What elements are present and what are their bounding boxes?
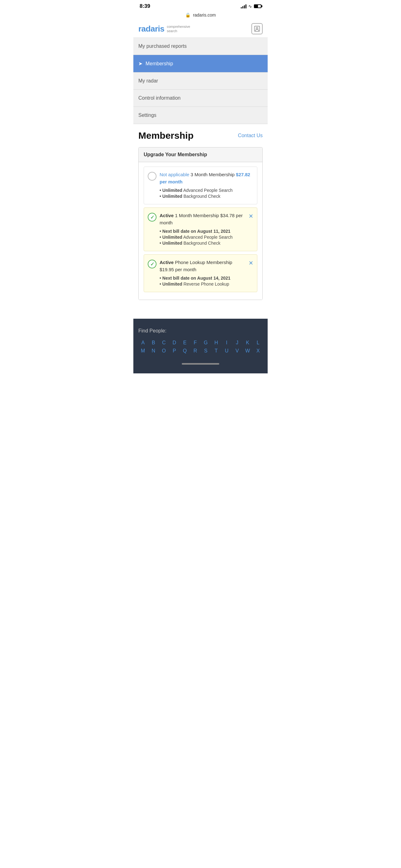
alpha-l[interactable]: L — [254, 340, 263, 346]
url-bar: 🔒 radaris.com — [133, 11, 268, 20]
alpha-e[interactable]: E — [180, 340, 190, 346]
alpha-a[interactable]: A — [138, 340, 148, 346]
alpha-d[interactable]: D — [170, 340, 179, 346]
alpha-c[interactable]: C — [159, 340, 169, 346]
signal-icon — [241, 4, 246, 8]
nav-item-purchased-reports[interactable]: My purchased reports — [133, 38, 268, 55]
option-title-3month: Not applicable 3 Month Membership $27.82… — [160, 171, 253, 185]
battery-icon — [254, 4, 261, 8]
alpha-i[interactable]: I — [222, 340, 231, 346]
alpha-b[interactable]: B — [149, 340, 158, 346]
option-title-phone: Active Phone Lookup Membership $19.95 pe… — [160, 259, 245, 273]
main-content: Membership Contact Us Upgrade Your Membe… — [133, 124, 268, 306]
alpha-x[interactable]: X — [254, 348, 263, 354]
home-bar — [182, 363, 219, 365]
alpha-p[interactable]: P — [170, 348, 179, 354]
lock-icon: 🔒 — [185, 12, 191, 18]
nav-item-membership[interactable]: ➤ Membership — [133, 55, 268, 72]
check-circle-1month — [148, 213, 157, 221]
logo-text: radaris — [138, 24, 164, 34]
profile-icon-button[interactable] — [252, 23, 263, 34]
membership-card: Upgrade Your Membership Not applicable 3… — [138, 147, 263, 300]
find-people-label: Find People: — [138, 328, 263, 334]
alpha-u[interactable]: U — [222, 348, 231, 354]
alpha-k[interactable]: K — [243, 340, 252, 346]
nav-item-control-information[interactable]: Control information — [133, 90, 268, 107]
home-indicator — [138, 360, 263, 367]
membership-option-1month: Active 1 Month Membership $34.78 per mon… — [144, 208, 257, 251]
url-text: radaris.com — [193, 12, 216, 18]
option-title-1month: Active 1 Month Membership $34.78 per mon… — [160, 212, 245, 226]
alpha-j[interactable]: J — [233, 340, 242, 346]
card-header-text: Upgrade Your Membership — [144, 152, 207, 157]
alpha-r[interactable]: R — [191, 348, 200, 354]
nav-item-my-radar[interactable]: My radar — [133, 72, 268, 90]
logo-area: radaris comprehensivesearch — [138, 24, 190, 34]
card-body: Not applicable 3 Month Membership $27.82… — [139, 162, 262, 300]
alpha-w[interactable]: W — [243, 348, 252, 354]
option-details-3month: • Unlimited Advanced People Search • Unl… — [148, 188, 253, 199]
check-circle-phone — [148, 260, 157, 269]
membership-arrow-icon: ➤ — [138, 61, 142, 67]
alpha-g[interactable]: G — [201, 340, 210, 346]
membership-option-3month: Not applicable 3 Month Membership $27.82… — [144, 166, 257, 204]
check-circle-3month — [148, 172, 157, 181]
alphabet-grid: A B C D E F G H I J K L M N O P Q R S T … — [138, 340, 263, 354]
alpha-m[interactable]: M — [138, 348, 148, 354]
alpha-t[interactable]: T — [212, 348, 221, 354]
status-bar: 8:39 ∿ — [133, 0, 268, 11]
status-icons: ∿ — [241, 4, 261, 9]
alpha-v[interactable]: V — [233, 348, 242, 354]
option-details-1month: • Next bill date on August 11, 2021 • Un… — [148, 229, 253, 246]
logo-subtitle: comprehensivesearch — [167, 24, 190, 33]
close-phone-button[interactable]: ✕ — [248, 260, 253, 267]
app-header: radaris comprehensivesearch — [133, 20, 268, 38]
page-title: Membership — [138, 130, 194, 141]
alpha-n[interactable]: N — [149, 348, 158, 354]
alpha-f[interactable]: F — [191, 340, 200, 346]
close-1month-button[interactable]: ✕ — [248, 213, 253, 220]
alpha-h[interactable]: H — [212, 340, 221, 346]
nav-item-settings[interactable]: Settings — [133, 107, 268, 124]
alpha-o[interactable]: O — [159, 348, 169, 354]
nav-menu: My purchased reports ➤ Membership My rad… — [133, 38, 268, 124]
status-time: 8:39 — [140, 3, 150, 9]
option-details-phone: • Next bill date on August 14, 2021 • Un… — [148, 276, 253, 286]
svg-point-1 — [256, 27, 258, 29]
contact-us-link[interactable]: Contact Us — [238, 133, 263, 138]
wifi-icon: ∿ — [248, 4, 252, 9]
page-header: Membership Contact Us — [138, 130, 263, 141]
alpha-q[interactable]: Q — [180, 348, 190, 354]
footer: Find People: A B C D E F G H I J K L M N… — [133, 319, 268, 373]
card-header: Upgrade Your Membership — [139, 148, 262, 162]
membership-option-phone: Active Phone Lookup Membership $19.95 pe… — [144, 254, 257, 292]
alpha-s[interactable]: S — [201, 348, 210, 354]
